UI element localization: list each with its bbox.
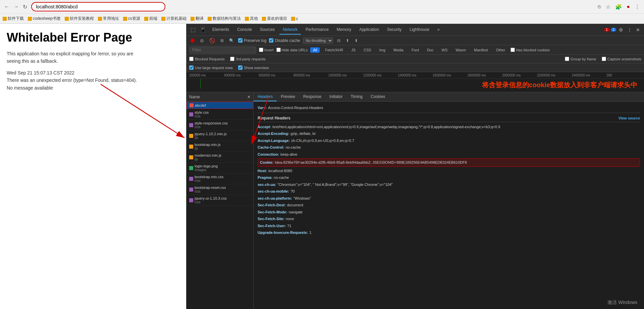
view-source-button[interactable]: View source (619, 116, 640, 120)
tab-console[interactable]: Console (234, 25, 255, 35)
filter-all[interactable]: All (310, 47, 320, 53)
forward-button[interactable]: → (12, 2, 20, 11)
filter-other[interactable]: Other (493, 47, 508, 53)
bookmark-common-address[interactable]: 常用地址 (98, 16, 119, 21)
network-item-jquery-ui[interactable]: jquery-ui-1.10.3.css /css (186, 195, 253, 206)
filter-ws[interactable]: WS (439, 47, 450, 53)
invert-toggle[interactable]: Invert (259, 48, 274, 52)
network-item-style-css[interactable]: style.css /css (186, 109, 253, 120)
back-button[interactable]: ← (3, 2, 11, 11)
tab-performance[interactable]: Performance (302, 25, 332, 35)
disable-cache-checkbox[interactable] (269, 38, 273, 43)
blocked-cookies-checkbox[interactable] (511, 48, 515, 52)
preserve-log-toggle[interactable]: Preserve log (238, 38, 266, 43)
export-har-button[interactable]: ⬇ (353, 38, 359, 44)
large-rows-toggle[interactable]: Use large request rows (189, 65, 233, 70)
invert-checkbox[interactable] (259, 48, 263, 52)
blocked-requests-toggle[interactable]: Blocked Requests (189, 57, 225, 61)
extension-button[interactable]: 🧩 (614, 2, 623, 11)
tab-more[interactable]: » (434, 25, 443, 35)
network-item-bootstrap-reset[interactable]: bootstrap-reset.css /css (186, 184, 253, 195)
network-item-jquery[interactable]: jquery-1.10.2.min.js /js (186, 131, 253, 141)
network-item-style-responsive[interactable]: style-responsive.css /css (186, 120, 253, 131)
show-overview-toggle[interactable]: Show overview (238, 65, 269, 70)
bookmark-other[interactable]: 其他 (245, 16, 258, 21)
filter-font[interactable]: Font (409, 47, 422, 53)
hide-data-urls-checkbox[interactable] (276, 48, 281, 52)
third-party-checkbox[interactable] (230, 57, 234, 61)
bookmark-frontend[interactable]: 前端 (144, 16, 157, 21)
filter-css[interactable]: CSS (361, 47, 374, 53)
clear-button[interactable]: 🚫 (208, 37, 216, 44)
filter-toggle-button[interactable]: ⊞ (219, 38, 225, 44)
bookmark-codesheep[interactable]: codesheep书签 (28, 16, 61, 21)
search-button[interactable]: 🔍 (228, 38, 235, 44)
detail-tab-headers[interactable]: Headers (254, 92, 277, 101)
hide-data-urls-toggle[interactable]: Hide data URLs (276, 48, 308, 52)
disable-cache-toggle[interactable]: Disable cache (269, 38, 300, 43)
record-button[interactable] (189, 38, 196, 43)
tab-security[interactable]: Security (384, 25, 405, 35)
refresh-button[interactable]: ↻ (21, 2, 29, 11)
throttle-select[interactable]: No throttling Fast 3G Slow 3G (303, 38, 333, 44)
filter-media[interactable]: Media (391, 47, 406, 53)
settings-button[interactable]: ⚙ (618, 26, 625, 34)
large-rows-checkbox[interactable] (189, 65, 194, 70)
detail-tab-initiator[interactable]: Initiator (325, 92, 346, 101)
profile-button[interactable]: ● (625, 2, 631, 11)
filter-wasm[interactable]: Wasm (453, 47, 469, 53)
bookmark-translate[interactable]: 翻译 (191, 16, 204, 21)
tab-elements[interactable]: Elements (209, 25, 232, 35)
show-overview-checkbox[interactable] (238, 65, 243, 70)
address-bar[interactable] (31, 2, 165, 11)
stop-button[interactable]: ⊘ (199, 37, 205, 44)
capture-screenshots-checkbox[interactable] (602, 57, 606, 61)
filter-input[interactable] (189, 47, 256, 53)
bookmark-button[interactable]: ☆ (604, 2, 612, 11)
has-blocked-cookies-toggle[interactable]: Has blocked cookies (511, 48, 550, 52)
bookmark-c[interactable]: c (291, 16, 298, 21)
blocked-requests-checkbox[interactable] (189, 57, 194, 61)
third-party-toggle[interactable]: 3rd-party requests (230, 57, 266, 61)
tab-application[interactable]: Application (356, 25, 382, 35)
preserve-log-checkbox[interactable] (238, 38, 243, 43)
capture-screenshots-toggle[interactable]: Capture screenshots (602, 57, 642, 61)
tab-memory[interactable]: Memory (333, 25, 355, 35)
close-devtools-button[interactable]: ✕ (635, 26, 641, 34)
network-item-login-logo[interactable]: login-logo.png /images (186, 163, 253, 173)
filter-fetch-xhr[interactable]: Fetch/XHR (322, 47, 346, 53)
bookmark-cs-fundamentals[interactable]: 计算机基础 (161, 16, 186, 21)
bookmark-software-install[interactable]: 软件安装教程 (65, 16, 94, 21)
more-options-button[interactable]: ⋮ (626, 26, 633, 34)
bookmark-software-download[interactable]: 软件下载 (3, 16, 24, 21)
close-pane-button[interactable]: ✕ (247, 95, 251, 99)
device-toolbar-button[interactable]: 📱 (198, 25, 208, 34)
share-button[interactable]: ⎋ (596, 2, 602, 11)
network-item-bootstrap-css[interactable]: bootstrap.min.css /css (186, 173, 253, 184)
import-har-button[interactable]: ⬆ (344, 38, 351, 44)
network-conditions-button[interactable]: ⊟ (336, 38, 342, 44)
bookmark-cs-resources[interactable]: cs资源 (123, 16, 140, 21)
network-item-abcdef[interactable]: abcdef (186, 102, 253, 109)
detail-tab-response[interactable]: Response (299, 92, 325, 101)
menu-button[interactable]: ⋮ (633, 2, 641, 11)
filter-js[interactable]: JS (348, 47, 358, 53)
filter-doc[interactable]: Doc (424, 47, 436, 53)
network-item-bootstrap-js[interactable]: bootstrap.min.js /js (186, 141, 253, 152)
timeline-label-2000: 2000000 ms (502, 73, 537, 77)
header-sec-ch-ua-mobile: sec-ch-ua-mobile: ?0 (258, 188, 640, 195)
bookmark-algorithms[interactable]: 数据结构与算法 (208, 16, 241, 21)
tab-sources[interactable]: Sources (257, 25, 278, 35)
detail-tab-cookies[interactable]: Cookies (367, 92, 389, 101)
tab-network[interactable]: Network (279, 25, 301, 35)
filter-manifest[interactable]: Manifest (471, 47, 491, 53)
inspect-button[interactable]: ⬚ (189, 25, 197, 34)
bookmark-favorites[interactable]: 喜欢的项目 (262, 16, 287, 21)
network-item-modernizr[interactable]: modernizr.min.js /js (186, 152, 253, 163)
tab-lighthouse[interactable]: Lighthouse (406, 25, 433, 35)
group-by-frame-checkbox[interactable] (565, 57, 569, 61)
detail-tab-timing[interactable]: Timing (346, 92, 367, 101)
detail-tab-preview[interactable]: Preview (277, 92, 299, 101)
filter-img[interactable]: Img (377, 47, 388, 53)
group-by-frame-toggle[interactable]: Group by frame (565, 57, 596, 61)
